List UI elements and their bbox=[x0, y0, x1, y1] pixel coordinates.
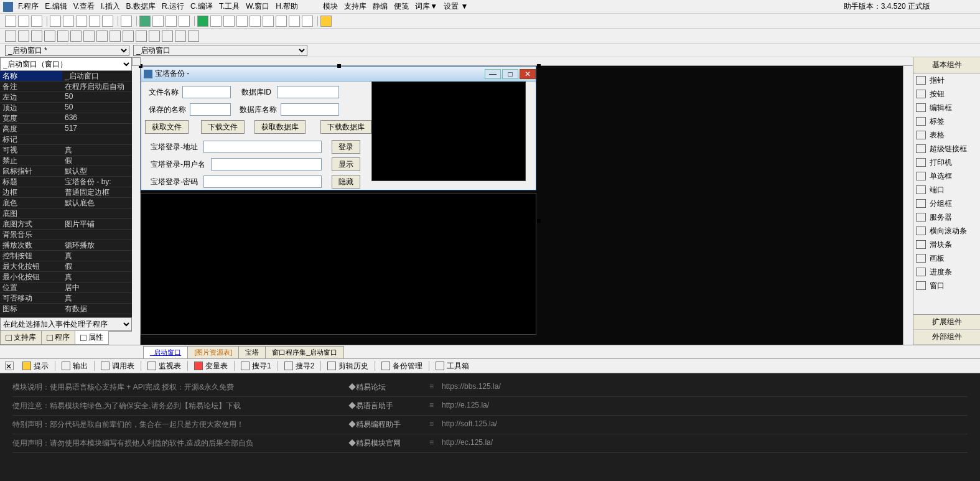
new-icon[interactable] bbox=[5, 16, 16, 27]
hand-icon[interactable] bbox=[302, 16, 313, 27]
minimize-button[interactable]: — bbox=[485, 69, 501, 79]
find-icon[interactable] bbox=[121, 16, 132, 27]
layout3-icon[interactable] bbox=[166, 16, 177, 27]
tab-program[interactable]: 程序 bbox=[41, 330, 75, 345]
breakpoint-icon[interactable] bbox=[263, 16, 274, 27]
menu-item[interactable]: I.插入 bbox=[101, 1, 120, 12]
menu-item[interactable]: 静编 bbox=[373, 1, 388, 12]
prop-grid[interactable]: 名称_启动窗口备注在程序启动后自动左边50顶边50宽度636高度517标记可视真… bbox=[0, 71, 132, 317]
input-filename[interactable] bbox=[182, 86, 231, 98]
component-item[interactable]: 编辑框 bbox=[913, 101, 980, 114]
component-item[interactable]: 打印机 bbox=[913, 156, 980, 169]
btn-hide[interactable]: 隐藏 bbox=[332, 175, 360, 189]
prop-value[interactable]: 636 bbox=[62, 113, 132, 123]
step-icon[interactable] bbox=[223, 16, 235, 27]
prop-row[interactable]: 左边50 bbox=[0, 92, 132, 103]
prop-row[interactable]: 边框普通固定边框 bbox=[0, 187, 132, 198]
prop-value[interactable]: 真 bbox=[62, 272, 132, 282]
component-item[interactable]: 端口 bbox=[913, 183, 980, 197]
resize-handle[interactable] bbox=[337, 64, 341, 68]
prop-row[interactable]: 可否移动真 bbox=[0, 293, 132, 304]
component-item[interactable]: 指针 bbox=[913, 73, 980, 87]
component-item[interactable]: 单选框 bbox=[913, 169, 980, 183]
resize-handle[interactable] bbox=[537, 219, 541, 223]
tab-search1[interactable]: 搜寻1 bbox=[236, 359, 276, 373]
prop-value[interactable]: 在程序启动后自动 bbox=[62, 82, 132, 91]
tab-clip[interactable]: 剪辑历史 bbox=[322, 359, 373, 373]
prop-row[interactable]: 位置居中 bbox=[0, 283, 132, 293]
input-dbname[interactable] bbox=[281, 103, 339, 116]
align-center-icon[interactable] bbox=[31, 30, 42, 42]
prop-row[interactable]: 底图 bbox=[0, 208, 132, 219]
maximize-button[interactable]: □ bbox=[502, 69, 518, 79]
component-item[interactable]: 表格 bbox=[913, 128, 980, 142]
prop-row[interactable]: 背景音乐 bbox=[0, 230, 132, 240]
center-v-icon[interactable] bbox=[175, 30, 186, 42]
prop-row[interactable]: 图标有数据 bbox=[0, 304, 132, 314]
prop-row[interactable]: 名称_启动窗口 bbox=[0, 71, 132, 82]
align-left-icon[interactable] bbox=[18, 30, 29, 42]
prop-row[interactable]: 可视真 bbox=[0, 145, 132, 156]
prop-row[interactable]: 底色默认底色 bbox=[0, 198, 132, 208]
same-h-icon[interactable] bbox=[136, 30, 147, 42]
close-button[interactable]: ✕ bbox=[520, 69, 536, 79]
step-out-icon[interactable] bbox=[250, 16, 261, 27]
align-right-icon[interactable] bbox=[44, 30, 55, 42]
component-select[interactable]: _启动窗口 bbox=[133, 45, 307, 56]
tab-backup[interactable]: 备份管理 bbox=[376, 359, 427, 373]
tab-support-lib[interactable]: 支持库 bbox=[0, 330, 42, 345]
btn-login[interactable]: 登录 bbox=[332, 140, 360, 154]
prop-value[interactable]: 50 bbox=[62, 92, 132, 102]
canvas-scrollbar-v[interactable] bbox=[903, 66, 913, 345]
component-item[interactable]: 超级链接框 bbox=[913, 142, 980, 156]
doc-tab[interactable]: [图片资源表] bbox=[187, 346, 239, 358]
copy-icon[interactable] bbox=[63, 16, 74, 27]
prop-value[interactable]: 真 bbox=[62, 145, 132, 155]
design-canvas[interactable]: 宝塔备份 - — □ ✕ 文件名称 数据库ID 保存的名称 数据库名称 bbox=[132, 57, 913, 345]
prop-row[interactable]: 播放次数循环播放 bbox=[0, 240, 132, 251]
tab-search2[interactable]: 搜寻2 bbox=[279, 359, 320, 373]
menu-item[interactable]: W.窗口 bbox=[246, 1, 269, 12]
redo-icon[interactable] bbox=[102, 16, 113, 27]
open-icon[interactable] bbox=[18, 16, 29, 27]
prop-value[interactable]: 真 bbox=[62, 251, 132, 261]
menu-item[interactable]: R.运行 bbox=[162, 1, 184, 12]
tab-toolbox[interactable]: 工具箱 bbox=[431, 359, 474, 373]
dist-h-icon[interactable] bbox=[96, 30, 108, 42]
window-titlebar[interactable]: 宝塔备份 - — □ ✕ bbox=[141, 67, 536, 82]
doc-tab[interactable]: _启动窗口 bbox=[143, 346, 188, 358]
menu-item[interactable]: 设置 ▼ bbox=[444, 1, 468, 12]
menu-item[interactable]: 词库▼ bbox=[415, 1, 437, 12]
layout4-icon[interactable] bbox=[179, 16, 190, 27]
prop-row[interactable]: 高度517 bbox=[0, 124, 132, 134]
menu-item[interactable]: B.数据库 bbox=[126, 1, 156, 12]
menu-item[interactable]: E.编辑 bbox=[45, 1, 67, 12]
menu-item[interactable]: F.程序 bbox=[18, 1, 39, 12]
prop-value[interactable] bbox=[62, 230, 132, 240]
run-icon[interactable] bbox=[197, 16, 208, 27]
btn-download-db[interactable]: 下载数据库 bbox=[320, 120, 371, 134]
prop-row[interactable]: 鼠标指针默认型 bbox=[0, 166, 132, 177]
debug2-icon[interactable] bbox=[289, 16, 300, 27]
same-w-icon[interactable] bbox=[123, 30, 134, 42]
save-icon[interactable] bbox=[31, 16, 42, 27]
step-over-icon[interactable] bbox=[236, 16, 248, 27]
menu-item[interactable]: H.帮助 bbox=[276, 1, 298, 12]
prop-row[interactable]: 顶边50 bbox=[0, 103, 132, 113]
component-item[interactable]: 服务器 bbox=[913, 210, 980, 224]
menu-item[interactable]: T.工具 bbox=[219, 1, 240, 12]
prop-value[interactable]: 循环播放 bbox=[62, 240, 132, 250]
tab-output[interactable]: 输出 bbox=[57, 359, 93, 373]
grid-icon[interactable] bbox=[5, 30, 16, 42]
prop-row[interactable]: 最小化按钮真 bbox=[0, 272, 132, 283]
prop-value[interactable]: 假 bbox=[62, 261, 132, 271]
prop-value[interactable]: 真 bbox=[62, 293, 132, 303]
menu-item[interactable]: 支持库 bbox=[344, 1, 366, 12]
btn-get-file[interactable]: 获取文件 bbox=[145, 120, 189, 134]
menu-item[interactable]: 便笺 bbox=[394, 1, 409, 12]
btn-show[interactable]: 显示 bbox=[332, 157, 360, 171]
dist-v-icon[interactable] bbox=[110, 30, 121, 42]
doc-tab[interactable]: 宝塔 bbox=[238, 346, 266, 358]
doc-tab[interactable]: 窗口程序集_启动窗口 bbox=[265, 346, 344, 358]
component-item[interactable]: 横向滚动条 bbox=[913, 224, 980, 238]
